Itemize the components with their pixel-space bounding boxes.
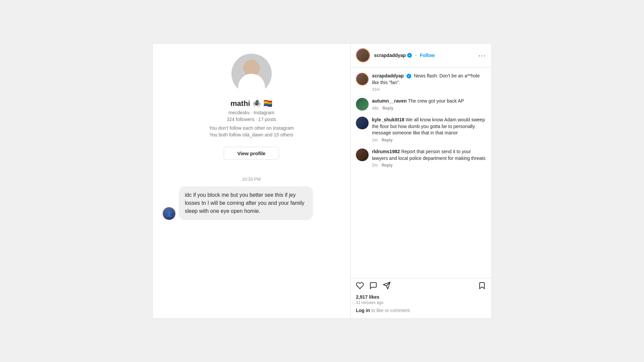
comment-text-c1: scrapdaddyap News flash: Don't be an a**… — [372, 73, 486, 86]
profile-username: mathi 🕷️ 🏳️‍🌈 — [230, 99, 272, 108]
comment-time-c4: 2m — [372, 163, 378, 168]
message-bubble: idc if you block me but you better see t… — [179, 186, 313, 220]
mutual-line1: You don't follow each other on Instagram — [209, 125, 294, 131]
reply-button-c3[interactable]: Reply — [382, 138, 393, 142]
comment-username-c2[interactable]: autumn__raven — [372, 98, 407, 104]
like-icon[interactable] — [356, 282, 364, 292]
left-panel: mathi 🕷️ 🏳️‍🌈 mecdeskv · Instagram 324 f… — [153, 44, 351, 318]
comment-item: rldrums1982 Report that person send it t… — [356, 148, 486, 168]
comment-avatar-c4 — [356, 148, 369, 161]
comment-avatar-c3 — [356, 117, 369, 129]
log-in-link[interactable]: Log in — [356, 308, 370, 313]
avatar-photo — [357, 49, 369, 62]
log-in-suffix: to like or comment. — [370, 308, 411, 313]
actions-bar: 2,917 likes 31 minutes ago Log in to lik… — [351, 278, 491, 318]
comments-section: scrapdaddyap News flash: Don't be an a**… — [351, 67, 491, 278]
comment-text-c4: rldrums1982 Report that person send it t… — [372, 148, 486, 162]
mutual-line2: You both follow isla_dawn and 15 others — [209, 132, 293, 137]
comment-username-c3[interactable]: kyle_shukitt18 — [372, 117, 405, 122]
comment-text-c2: autumn__raven The crew got your back AP — [372, 98, 486, 105]
comment-username-c1[interactable]: scrapdaddyap — [372, 73, 404, 78]
comment-meta-c3: 1m Reply — [372, 138, 486, 142]
comment-avatar-c1 — [356, 73, 369, 85]
post-time: 31 minutes ago — [356, 300, 486, 305]
comment-content-c2: autumn__raven The crew got your back AP … — [372, 98, 486, 111]
share-icon[interactable] — [383, 282, 391, 292]
more-options-button[interactable]: ··· — [478, 52, 486, 59]
comment-item: autumn__raven The crew got your back AP … — [356, 98, 486, 111]
likes-count: 2,917 likes — [356, 294, 486, 300]
comment-item: scrapdaddyap News flash: Don't be an a**… — [356, 73, 486, 92]
comment-verified-c1 — [407, 74, 411, 78]
comment-avatar-c2 — [356, 98, 369, 111]
follow-button[interactable]: Follow — [420, 53, 435, 58]
comment-avatar-inner-c1 — [357, 73, 368, 85]
profile-handle: mecdeskv · Instagram — [228, 110, 274, 115]
followers-info: 324 followers · 17 posts — [227, 117, 276, 122]
comment-content-c4: rldrums1982 Report that person send it t… — [372, 148, 486, 168]
post-header-info: scrapdaddyap · Follow — [374, 53, 478, 58]
message-area: 👤 idc if you block me but you better see… — [159, 186, 343, 220]
message-time: 10:33 PM — [242, 177, 261, 182]
sender-avatar-inner: 👤 — [163, 207, 175, 220]
comment-username-c4[interactable]: rldrums1982 — [372, 149, 400, 154]
comment-time-c3: 1m — [372, 138, 378, 142]
comment-meta-c4: 2m Reply — [372, 163, 486, 168]
action-icons-row — [356, 282, 486, 292]
comment-time-c1: 31m — [372, 87, 380, 92]
comment-item: kyle_shukitt18 We all know know Adam wou… — [356, 117, 486, 142]
log-in-area: Log in to like or comment. — [356, 308, 486, 316]
comment-meta-c1: 31m — [372, 87, 486, 92]
right-panel: scrapdaddyap · Follow ··· scrapdaddyap — [351, 44, 491, 318]
verified-icon — [407, 53, 412, 58]
sender-avatar: 👤 — [163, 207, 175, 220]
comment-icon[interactable] — [369, 282, 377, 292]
post-author-avatar — [356, 48, 370, 62]
comment-content-c1: scrapdaddyap News flash: Don't be an a**… — [372, 73, 486, 92]
comment-content-c3: kyle_shukitt18 We all know know Adam wou… — [372, 117, 486, 142]
comment-text-c3: kyle_shukitt18 We all know know Adam wou… — [372, 117, 486, 136]
post-author-avatar-inner — [357, 49, 369, 62]
separator: · — [415, 53, 417, 58]
comment-body-c2: The crew got your back AP — [408, 98, 464, 104]
bookmark-icon[interactable] — [478, 282, 486, 292]
post-author-username: scrapdaddyap · Follow — [374, 53, 478, 58]
view-profile-button[interactable]: View profile — [224, 147, 279, 160]
app-container: mathi 🕷️ 🏳️‍🌈 mecdeskv · Instagram 324 f… — [153, 44, 491, 318]
reply-button-c2[interactable]: Reply — [382, 106, 393, 111]
reply-button-c4[interactable]: Reply — [382, 163, 393, 168]
comment-time-c2: 48s — [372, 106, 378, 111]
profile-photo — [231, 54, 272, 94]
comment-meta-c2: 48s Reply — [372, 106, 486, 111]
post-header: scrapdaddyap · Follow ··· — [351, 44, 491, 67]
author-name-text: scrapdaddyap — [374, 53, 406, 58]
